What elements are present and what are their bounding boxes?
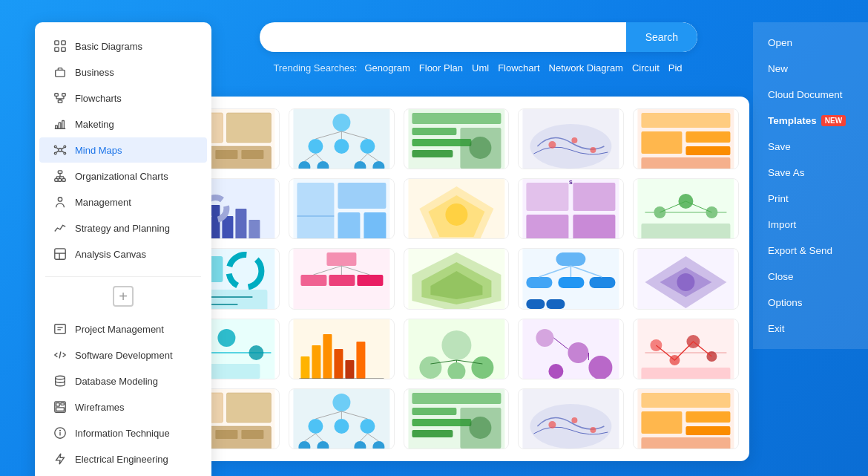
sidebar-item-wireframes[interactable]: Wireframes xyxy=(39,394,207,420)
sidebar-item-label: Information Technique xyxy=(75,428,170,439)
svg-rect-222 xyxy=(412,393,501,404)
template-card[interactable]: Business Matrix ... xyxy=(633,248,739,309)
right-panel-item-open[interactable]: Open xyxy=(753,30,868,56)
flow-icon xyxy=(53,91,68,105)
template-thumb xyxy=(404,249,509,309)
sidebar-item-label: Mind Maps xyxy=(75,145,122,156)
sidebar: Basic DiagramsBusinessFlowchartsMaketing… xyxy=(35,22,211,476)
right-panel-item-print[interactable]: Print xyxy=(753,186,868,212)
template-card[interactable]: Life Plan xyxy=(633,319,739,379)
sidebar-item-label: Management xyxy=(75,197,131,208)
trending-tag-pid[interactable]: Pid xyxy=(667,62,684,74)
template-card[interactable]: S Company SWOT xyxy=(518,178,624,239)
svg-line-22 xyxy=(56,148,59,149)
right-panel-item-export-&-send[interactable]: Export & Send xyxy=(753,238,868,264)
svg-rect-15 xyxy=(62,121,65,129)
sidebar-item-business[interactable]: Business xyxy=(39,59,207,85)
right-panel-item-close[interactable]: Close xyxy=(753,264,868,290)
trending-tag-uml[interactable]: Uml xyxy=(470,62,490,74)
template-card[interactable]: Org Chart Set 3 xyxy=(289,108,395,169)
right-panel-item-label: Close xyxy=(768,271,794,282)
sidebar-item-organizational-charts[interactable]: Organizational Charts xyxy=(39,163,207,189)
right-panel-item-exit[interactable]: Exit xyxy=(753,316,868,342)
sidebar-item-label: Maketing xyxy=(75,119,114,130)
svg-point-232 xyxy=(591,427,596,433)
search-button[interactable]: Search xyxy=(626,22,697,52)
add-section-button[interactable]: + xyxy=(113,286,134,307)
sidebar-item-basic-diagrams[interactable]: Basic Diagrams xyxy=(39,33,207,59)
sidebar-item-label: Database Modeling xyxy=(75,376,158,387)
right-panel-item-label: Templates xyxy=(768,115,817,126)
trending-tag-genogram[interactable]: Genogram xyxy=(363,62,411,74)
sidebar-item-software-development[interactable]: Software Development xyxy=(39,342,207,368)
template-card[interactable]: Column Chart an... xyxy=(289,319,395,379)
template-card[interactable]: Department Org Chart xyxy=(289,248,395,309)
sidebar-item-flowcharts[interactable]: Flowcharts xyxy=(39,85,207,111)
svg-point-89 xyxy=(549,141,556,149)
briefcase-icon xyxy=(53,65,68,79)
svg-point-18 xyxy=(54,146,56,148)
svg-rect-152 xyxy=(590,277,616,288)
sidebar-item-maketing[interactable]: Maketing xyxy=(39,111,207,137)
right-panel-item-import[interactable]: Import xyxy=(753,212,868,238)
template-card[interactable]: World Map 2 xyxy=(518,108,624,169)
svg-rect-104 xyxy=(249,220,260,239)
right-panel-item-label: Save xyxy=(768,141,791,152)
template-card[interactable]: Desalination Experi... xyxy=(633,178,739,239)
svg-rect-153 xyxy=(527,299,545,309)
sidebar-item-label: Organizational Charts xyxy=(75,171,168,182)
right-panel-item-save-as[interactable]: Save As xyxy=(753,160,868,186)
svg-point-208 xyxy=(334,419,349,434)
template-thumb xyxy=(634,319,738,379)
svg-point-177 xyxy=(441,330,471,360)
sidebar-item-project-management[interactable]: Project Management xyxy=(39,316,207,342)
template-thumb xyxy=(404,319,509,379)
sidebar-item-information-technique[interactable]: Information Technique xyxy=(39,420,207,446)
sidebar-item-strategy-and-planning[interactable]: Strategy and Planning xyxy=(39,215,207,241)
svg-rect-95 xyxy=(686,131,731,143)
svg-point-185 xyxy=(536,329,554,347)
svg-point-68 xyxy=(360,139,375,154)
svg-rect-109 xyxy=(338,212,360,239)
template-card[interactable] xyxy=(289,388,395,449)
template-card[interactable]: Redesign Website... xyxy=(404,178,510,239)
search-input[interactable] xyxy=(260,22,626,52)
sidebar-item-industrial-engineering[interactable]: Industrial Engineering xyxy=(39,472,207,476)
template-card[interactable] xyxy=(404,388,510,449)
right-panel-item-label: Save As xyxy=(768,167,805,178)
right-panel-item-new[interactable]: New xyxy=(753,56,868,82)
svg-rect-5 xyxy=(55,94,59,97)
template-card[interactable] xyxy=(633,388,739,449)
svg-point-19 xyxy=(54,152,56,154)
svg-text:S: S xyxy=(569,180,573,185)
template-card[interactable]: 2D Block 23 xyxy=(404,248,510,309)
trending-tag-flowchart[interactable]: Flowchart xyxy=(496,62,541,74)
sidebar-item-analysis-canvas[interactable]: Analysis Canvas xyxy=(39,241,207,267)
trending-tag-floor-plan[interactable]: Floor Plan xyxy=(418,62,464,74)
template-card[interactable]: English Part Of Sp... xyxy=(404,319,510,379)
sidebar-item-electrical-engineering[interactable]: Electrical Engineering xyxy=(39,446,207,472)
sidebar-item-mind-maps[interactable]: Mind Maps xyxy=(39,137,207,163)
sidebar-item-database-modeling[interactable]: Database Modeling xyxy=(39,368,207,394)
right-panel-item-save[interactable]: Save xyxy=(753,134,868,160)
right-panel-item-cloud-document[interactable]: Cloud Document xyxy=(753,82,868,108)
right-panel-item-templates[interactable]: TemplatesNEW xyxy=(753,108,868,134)
template-card[interactable]: City Competitivene... xyxy=(633,108,739,169)
template-card[interactable]: Enhance Competitit... xyxy=(404,108,510,169)
template-card[interactable]: Flowchart Sample xyxy=(518,319,624,379)
svg-rect-235 xyxy=(642,411,683,434)
svg-rect-62 xyxy=(215,150,237,159)
template-card[interactable] xyxy=(518,388,624,449)
svg-rect-238 xyxy=(642,437,731,449)
svg-rect-173 xyxy=(345,360,354,379)
svg-point-115 xyxy=(445,203,467,226)
svg-line-24 xyxy=(62,148,64,149)
template-card[interactable]: Home Plan 3 xyxy=(289,178,395,239)
sidebar-item-management[interactable]: Management xyxy=(39,189,207,215)
template-card[interactable]: Org Chart Set 2 xyxy=(518,248,624,309)
trending-tag-network-diagram[interactable]: Network Diagram xyxy=(548,62,625,74)
trending-tag-circuit[interactable]: Circuit xyxy=(631,62,661,74)
right-panel-item-options[interactable]: Options xyxy=(753,290,868,316)
svg-point-43 xyxy=(56,376,65,379)
template-thumb xyxy=(519,389,623,449)
